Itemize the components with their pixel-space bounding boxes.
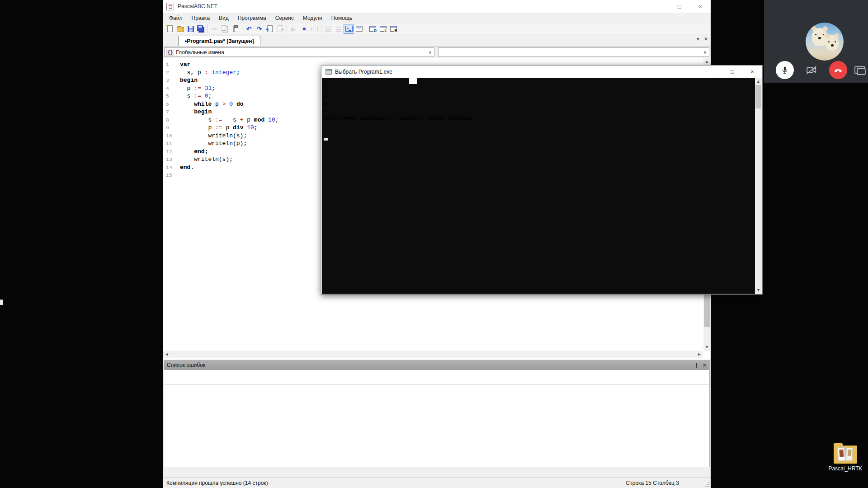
format-outdent-button[interactable] xyxy=(333,24,344,34)
code-token: writeln(s); xyxy=(180,156,233,163)
copy-button[interactable] xyxy=(220,24,230,34)
code-text: writeln(p); xyxy=(176,140,247,148)
code-token: while xyxy=(194,101,212,108)
chevron-down-icon[interactable]: ∨ xyxy=(703,50,707,55)
hang-up-button[interactable] xyxy=(829,61,847,79)
code-token: . xyxy=(190,164,194,171)
code-token: end xyxy=(194,148,204,155)
undo-button[interactable]: ↶ xyxy=(244,24,254,34)
maximize-icon[interactable]: □ xyxy=(669,0,690,13)
cut-button[interactable]: ✂ xyxy=(209,24,220,34)
goto-definition-button[interactable]: ◄ xyxy=(264,24,275,34)
console-line: 3 xyxy=(324,86,755,94)
code-text xyxy=(176,171,180,179)
line-number: 13 xyxy=(163,155,176,164)
menu-item-правка[interactable]: Правка xyxy=(187,13,215,23)
console-line: 4 xyxy=(324,107,755,114)
code-token: ; xyxy=(254,124,258,131)
close-icon[interactable]: ✕ xyxy=(703,362,707,368)
window-l-icon: L xyxy=(380,26,387,32)
taskbar-hint xyxy=(0,300,3,305)
window-d-button[interactable]: D xyxy=(368,24,378,34)
goto-back-icon: ► xyxy=(278,25,283,32)
scroll-down-icon[interactable]: ▼ xyxy=(755,286,762,294)
compile-button[interactable] xyxy=(309,24,320,34)
menu-item-программа[interactable]: Программа xyxy=(233,13,271,23)
line-number: 1 xyxy=(163,61,176,69)
line-number: 9 xyxy=(163,124,176,132)
window-r-button[interactable]: R xyxy=(388,24,399,34)
window-title: PascalABC.NET xyxy=(178,3,217,9)
minimize-icon[interactable]: – xyxy=(703,66,722,78)
code-token: begin xyxy=(194,108,212,115)
microphone-button[interactable] xyxy=(776,61,794,79)
member-combobox[interactable]: ∨ xyxy=(438,47,709,57)
resize-grip-icon[interactable] xyxy=(704,482,710,487)
format-outdent-icon xyxy=(336,27,341,32)
line-number: 14 xyxy=(163,164,176,172)
console-window-controls: – □ × xyxy=(703,66,762,78)
save-button[interactable] xyxy=(185,24,196,34)
chevron-down-icon[interactable]: ∨ xyxy=(429,50,432,55)
console-line: Программа завершена, нажмите любую клави… xyxy=(324,114,755,122)
console-output[interactable]: 13404Программа завершена, нажмите любую … xyxy=(322,78,755,294)
code-token: ; xyxy=(205,148,208,155)
menu-item-сервис[interactable]: Сервис xyxy=(271,13,298,23)
open-file-button[interactable] xyxy=(175,24,185,34)
stop-button[interactable]: ■ xyxy=(299,24,309,34)
code-token: do xyxy=(236,101,244,108)
console-line: 4 xyxy=(324,93,755,100)
goto-back-button[interactable]: ► xyxy=(275,24,285,34)
editor-horizontal-scrollbar[interactable]: ◄ ► xyxy=(163,351,703,358)
code-token: 10 xyxy=(247,124,254,131)
menu-item-помощь[interactable]: Помощь xyxy=(327,13,357,23)
scroll-up-icon[interactable]: ▲ xyxy=(755,78,762,85)
scroll-right-icon[interactable]: ► xyxy=(696,351,703,358)
code-text: writeln(s); xyxy=(176,155,233,164)
scroll-down-icon[interactable]: ▼ xyxy=(703,343,710,351)
window-l-button[interactable]: L xyxy=(378,24,388,34)
scrollbar-thumb[interactable] xyxy=(704,295,710,327)
minimize-icon[interactable]: – xyxy=(648,0,669,13)
show-dialog-button[interactable] xyxy=(354,24,364,34)
console-line: 1 xyxy=(324,79,755,86)
code-token: ; xyxy=(208,93,212,99)
camera-off-button[interactable] xyxy=(802,61,821,79)
code-text: s := 0; xyxy=(176,92,212,100)
menu-item-файл[interactable]: Файл xyxy=(165,13,187,23)
close-icon[interactable]: × xyxy=(690,0,711,13)
new-file-icon: ✶ xyxy=(167,25,173,32)
new-file-button[interactable]: ✶ xyxy=(165,24,175,34)
scroll-left-icon[interactable]: ◄ xyxy=(163,351,170,358)
redo-button[interactable]: ↷ xyxy=(254,24,264,34)
scroll-up-icon[interactable]: ▲ xyxy=(703,58,710,65)
show-console-button[interactable]: >_ xyxy=(344,24,354,34)
window-controls: – □ × xyxy=(648,0,711,13)
menu-item-модули[interactable]: Модули xyxy=(298,13,327,23)
open-file-icon xyxy=(177,27,184,32)
scope-combobox[interactable]: {} Глобальные имена ∨ xyxy=(164,47,434,57)
close-icon[interactable]: × xyxy=(742,66,762,78)
menu-item-вид[interactable]: Вид xyxy=(214,13,233,23)
run-button[interactable]: ▶ xyxy=(288,24,299,34)
paste-button[interactable] xyxy=(230,24,241,34)
maximize-icon[interactable]: □ xyxy=(722,66,742,78)
console-title-bar[interactable]: Выбрать Program1.exe – □ × xyxy=(321,66,762,78)
screen-share-icon xyxy=(854,64,867,76)
code-token: 31 xyxy=(205,85,212,92)
pin-icon[interactable] xyxy=(695,363,698,368)
format-indent-button[interactable] xyxy=(323,24,333,34)
code-token: ; xyxy=(236,69,240,76)
save-all-button[interactable] xyxy=(196,24,206,34)
console-scrollbar[interactable]: ▲ ▼ xyxy=(755,78,762,294)
tab-close-icon[interactable]: ✕ xyxy=(704,36,708,42)
scrollbar-thumb[interactable] xyxy=(755,85,761,108)
desktop-folder-pascal-hrtk[interactable]: Pascal_HRTK xyxy=(824,446,867,472)
tab-program1[interactable]: •Program1.pas* [Запущен] xyxy=(178,36,260,46)
screen-share-button[interactable] xyxy=(853,61,868,79)
polar-bear xyxy=(826,35,839,51)
tab-list-dropdown-icon[interactable]: ▾ xyxy=(697,36,699,42)
code-token: var xyxy=(180,61,190,68)
goto-definition-icon: ◄ xyxy=(267,25,273,32)
code-token: p xyxy=(243,117,254,123)
